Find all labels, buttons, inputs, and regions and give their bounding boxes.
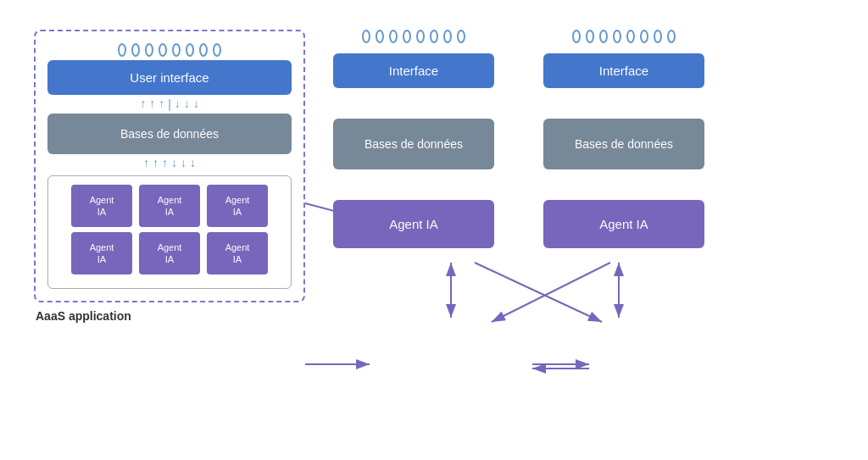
left-agent-6: AgentIA [207, 232, 268, 274]
left-db-block: Bases de données [47, 114, 292, 154]
right-column: Interface Bases de données Agent IA [539, 30, 709, 248]
left-agent-1: AgentIA [71, 185, 132, 227]
center-db-block: Bases de données [333, 119, 494, 169]
left-agent-4: AgentIA [71, 232, 132, 274]
right-interface-block: Interface [543, 53, 704, 88]
left-agent-5: AgentIA [139, 232, 200, 274]
left-down-arrows: ↑↑↑ | ↓↓↓ [47, 97, 292, 111]
center-spiral-top [362, 30, 465, 43]
agents-row-2: AgentIA AgentIA AgentIA [57, 232, 282, 274]
diagram-container: User interface ↑↑↑ | ↓↓↓ Bases de donnée… [0, 0, 868, 460]
right-agent-block: Agent IA [543, 200, 704, 248]
left-agent-3: AgentIA [207, 185, 268, 227]
left-interface-block: User interface [47, 60, 292, 95]
agents-row-1: AgentIA AgentIA AgentIA [57, 185, 282, 227]
right-db-block: Bases de données [543, 119, 704, 169]
left-spiral-top [47, 43, 292, 57]
agents-grid-box: AgentIA AgentIA AgentIA AgentIA AgentIA … [47, 175, 292, 289]
center-agent-block: Agent IA [333, 200, 494, 248]
right-spiral-top [572, 30, 676, 43]
aaas-label: AaaS application [36, 309, 131, 323]
center-column: Interface Bases de données Agent IA [329, 30, 498, 248]
aaas-box: User interface ↑↑↑ | ↓↓↓ Bases de donnée… [34, 30, 305, 302]
center-interface-block: Interface [333, 53, 494, 88]
left-agent-2: AgentIA [139, 185, 200, 227]
left-down-arrows2: ↑↑↑ ↓↓↓ [47, 157, 292, 169]
